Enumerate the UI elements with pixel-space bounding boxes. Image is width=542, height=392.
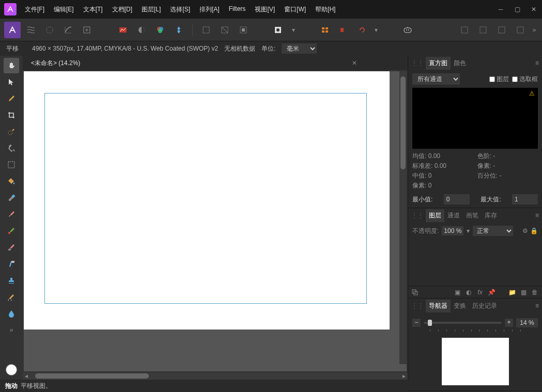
selection-brush-tool[interactable] xyxy=(4,124,19,139)
menu-edit[interactable]: 编辑[E] xyxy=(54,5,74,14)
move-tool[interactable] xyxy=(4,74,19,90)
menu-file[interactable]: 文件[F] xyxy=(25,5,44,14)
opacity-chevron[interactable]: ▾ xyxy=(467,227,470,234)
flood-select-tool[interactable] xyxy=(4,140,19,156)
menu-select[interactable]: 选择[S] xyxy=(170,5,190,14)
auto-colors-button[interactable] xyxy=(152,22,168,38)
merge-icon[interactable] xyxy=(411,289,420,296)
tab-navigator[interactable]: 导航器 xyxy=(426,300,451,312)
clone-brush-tool[interactable] xyxy=(4,256,19,272)
arrange-align-button[interactable] xyxy=(317,22,333,38)
tab-brushes[interactable]: 画笔 xyxy=(463,209,482,222)
maximize-button[interactable]: ▢ xyxy=(513,5,521,13)
arrange-rotate-button[interactable] xyxy=(354,22,370,38)
tab-histogram[interactable]: 直方图 xyxy=(426,57,451,70)
menu-filters[interactable]: Filters xyxy=(229,5,246,14)
panel-grip-icon[interactable]: ⋮⋮ xyxy=(411,59,424,67)
zoom-out-button[interactable]: − xyxy=(412,319,421,327)
adjustment-icon[interactable]: ◐ xyxy=(464,289,473,296)
layer-fx-icon[interactable]: ⚙ xyxy=(522,227,528,234)
auto-levels-button[interactable] xyxy=(115,22,131,38)
add-layer-icon[interactable]: ▦ xyxy=(519,289,528,296)
zoom-slider[interactable] xyxy=(424,322,502,324)
panel-grip-icon[interactable]: ⋮⋮ xyxy=(411,302,424,309)
layer-lock-icon[interactable]: 🔒 xyxy=(530,227,538,234)
auto-whitebalance-button[interactable] xyxy=(171,22,187,38)
store-button[interactable] xyxy=(493,22,510,38)
canvas-viewport[interactable] xyxy=(24,71,407,371)
selection-deselect-button[interactable] xyxy=(216,22,233,38)
paint-mixer-tool[interactable] xyxy=(4,223,19,239)
toolbar-overflow[interactable]: » xyxy=(531,26,538,34)
tab-stock[interactable]: 库存 xyxy=(482,209,500,222)
canvas-artboard[interactable] xyxy=(44,93,367,304)
color-swatch[interactable] xyxy=(6,364,17,375)
tab-transform[interactable]: 变换 xyxy=(451,300,469,312)
tab-color[interactable]: 颜色 xyxy=(451,57,469,70)
account-button[interactable] xyxy=(456,22,473,38)
min-input[interactable] xyxy=(444,194,470,205)
menu-window[interactable]: 窗口[W] xyxy=(284,5,306,14)
gradient-tool[interactable] xyxy=(4,190,19,206)
paint-brush-tool[interactable] xyxy=(4,207,19,222)
menu-text[interactable]: 文本[T] xyxy=(83,5,103,14)
vertical-scroll-thumb[interactable] xyxy=(400,76,406,169)
tab-layers[interactable]: 图层 xyxy=(426,209,444,222)
color-picker-tool[interactable] xyxy=(4,91,19,106)
auto-contrast-button[interactable] xyxy=(133,22,150,38)
quickmask-button[interactable] xyxy=(271,22,288,38)
delete-layer-icon[interactable]: 🗑 xyxy=(531,289,539,296)
menu-arrange[interactable]: 排列[A] xyxy=(199,5,220,14)
panel-menu-icon[interactable]: ≡ xyxy=(535,302,539,309)
selection-all-button[interactable] xyxy=(198,22,214,38)
panel-menu-icon[interactable]: ≡ xyxy=(535,212,539,219)
unit-select[interactable]: 毫米 xyxy=(282,43,317,54)
erase-brush-tool[interactable] xyxy=(4,240,19,255)
menu-layer[interactable]: 图层[L] xyxy=(142,5,161,14)
navigator-thumbnail[interactable] xyxy=(442,338,509,385)
persona-export-button[interactable] xyxy=(79,22,95,38)
stamp-tool[interactable] xyxy=(4,273,19,288)
mask-icon[interactable]: ▣ xyxy=(453,289,461,296)
vertical-scrollbar[interactable] xyxy=(399,71,407,364)
sync-button[interactable] xyxy=(475,22,491,38)
pin-icon[interactable]: 📌 xyxy=(487,289,495,296)
selection-invert-button[interactable] xyxy=(235,22,252,38)
arrange-crop-button[interactable] xyxy=(335,22,352,38)
tab-history[interactable]: 历史记录 xyxy=(469,300,500,312)
blur-tool[interactable] xyxy=(4,306,19,321)
panel-menu-icon[interactable]: ≡ xyxy=(535,59,539,67)
opacity-value[interactable]: 100 % xyxy=(442,226,463,236)
channel-select[interactable]: 所有通道 xyxy=(412,73,460,85)
tab-channels[interactable]: 通道 xyxy=(444,209,463,222)
menu-view[interactable]: 视图[V] xyxy=(255,5,275,14)
arrange-chevron[interactable]: ▾ xyxy=(373,26,380,34)
menu-document[interactable]: 文档[D] xyxy=(112,5,132,14)
persona-liquify-button[interactable] xyxy=(23,22,39,38)
group-icon[interactable]: 📁 xyxy=(508,289,516,296)
crop-tool[interactable] xyxy=(4,107,19,123)
hand-tool[interactable] xyxy=(4,58,19,73)
close-button[interactable]: ✕ xyxy=(530,5,538,13)
minimize-button[interactable]: ─ xyxy=(497,5,505,13)
persona-develop-button[interactable] xyxy=(41,22,58,38)
navigator-preview[interactable] xyxy=(412,336,538,387)
tools-expand[interactable]: » xyxy=(10,326,13,334)
fx-icon[interactable]: fx xyxy=(476,289,484,296)
marquee-tool[interactable] xyxy=(4,157,19,173)
scroll-left-arrow[interactable]: ◂ xyxy=(23,372,30,380)
horizontal-scroll-thumb[interactable] xyxy=(35,373,149,379)
scroll-right-arrow[interactable]: ▸ xyxy=(400,372,408,380)
menu-help[interactable]: 帮助[H] xyxy=(315,5,335,14)
assistant-button[interactable] xyxy=(399,22,416,38)
marquee-checkbox[interactable]: 选取框 xyxy=(512,75,538,84)
persona-photo-button[interactable] xyxy=(4,22,21,38)
paint-bucket-tool[interactable] xyxy=(4,174,19,189)
warning-icon[interactable]: ⚠ xyxy=(529,90,535,97)
quickmask-chevron[interactable]: ▾ xyxy=(290,26,297,34)
document-tab-close[interactable]: ✕ xyxy=(83,59,357,67)
zoom-value[interactable]: 14 % xyxy=(516,318,538,327)
panel-grip-icon[interactable]: ⋮⋮ xyxy=(411,212,424,219)
zoom-slider-knob[interactable] xyxy=(428,320,432,326)
blend-mode-select[interactable]: 正常 xyxy=(473,226,513,236)
